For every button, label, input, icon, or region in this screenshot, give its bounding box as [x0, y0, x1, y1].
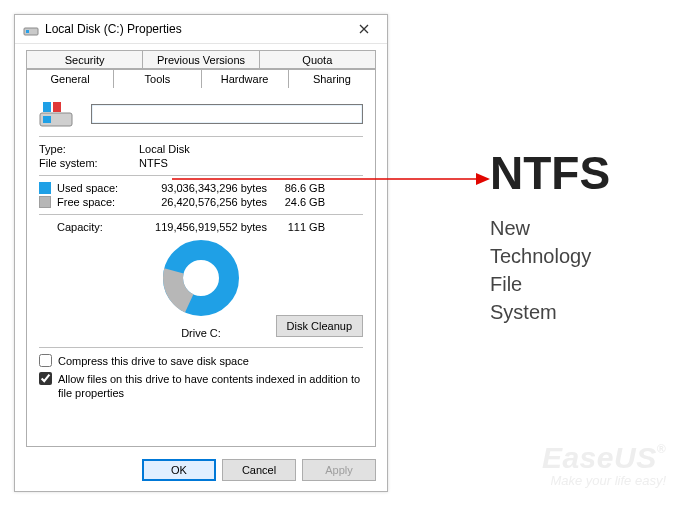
- ok-button[interactable]: OK: [142, 459, 216, 481]
- compress-checkbox[interactable]: [39, 354, 52, 367]
- filesystem-label: File system:: [39, 157, 139, 169]
- watermark-tagline: Make your life easy!: [542, 473, 666, 488]
- type-value: Local Disk: [139, 143, 190, 155]
- chart-label: Drive C:: [181, 327, 221, 339]
- usage-donut-icon: [160, 237, 242, 319]
- callout-line: System: [490, 298, 610, 326]
- close-icon: [359, 24, 369, 34]
- svg-marker-9: [476, 173, 490, 185]
- space-grid: Used space: 93,036,343,296 bytes 86.6 GB…: [39, 182, 363, 233]
- free-human: 24.6 GB: [267, 196, 325, 208]
- used-label: Used space:: [57, 182, 139, 194]
- type-label: Type:: [39, 143, 139, 155]
- tab-row-front: General Tools Hardware Sharing: [26, 69, 376, 88]
- compress-option: Compress this drive to save disk space: [39, 354, 363, 368]
- drive-large-icon: [39, 100, 73, 128]
- window-title: Local Disk (C:) Properties: [45, 22, 345, 36]
- capacity-row: Capacity: 119,456,919,552 bytes 111 GB: [39, 221, 363, 233]
- usage-chart-area: Drive C: Disk Cleanup: [39, 237, 363, 341]
- capacity-bytes: 119,456,919,552 bytes: [139, 221, 267, 233]
- tab-quota[interactable]: Quota: [260, 50, 376, 69]
- registered-icon: ®: [657, 442, 666, 456]
- divider: [39, 175, 363, 176]
- cancel-button[interactable]: Cancel: [222, 459, 296, 481]
- dialog-buttons: OK Cancel Apply: [15, 453, 387, 491]
- tab-security[interactable]: Security: [26, 50, 143, 69]
- filesystem-row: File system: NTFS: [39, 157, 363, 169]
- index-option: Allow files on this drive to have conten…: [39, 372, 363, 400]
- capacity-human: 111 GB: [267, 221, 325, 233]
- free-space-row: Free space: 26,420,576,256 bytes 24.6 GB: [39, 196, 363, 208]
- callout-line: Technology: [490, 242, 610, 270]
- compress-label[interactable]: Compress this drive to save disk space: [58, 354, 249, 368]
- callout-heading: NTFS: [490, 150, 610, 196]
- tab-page-general: Type: Local Disk File system: NTFS Used …: [26, 88, 376, 447]
- free-swatch: [39, 196, 51, 208]
- callout-expansion: New Technology File System: [490, 214, 610, 326]
- index-checkbox[interactable]: [39, 372, 52, 385]
- free-bytes: 26,420,576,256 bytes: [139, 196, 267, 208]
- tab-sharing[interactable]: Sharing: [289, 69, 376, 88]
- properties-dialog: Local Disk (C:) Properties Security Prev…: [14, 14, 388, 492]
- svg-rect-4: [43, 102, 51, 112]
- tab-hardware[interactable]: Hardware: [202, 69, 289, 88]
- callout: NTFS New Technology File System: [490, 150, 610, 326]
- free-label: Free space:: [57, 196, 139, 208]
- drive-icon: [23, 21, 39, 37]
- index-label[interactable]: Allow files on this drive to have conten…: [58, 372, 363, 400]
- close-button[interactable]: [345, 17, 383, 41]
- disk-cleanup-button[interactable]: Disk Cleanup: [276, 315, 363, 337]
- svg-rect-5: [53, 102, 61, 112]
- filesystem-value: NTFS: [139, 157, 168, 169]
- used-space-row: Used space: 93,036,343,296 bytes 86.6 GB: [39, 182, 363, 194]
- divider: [39, 136, 363, 137]
- divider: [39, 214, 363, 215]
- titlebar: Local Disk (C:) Properties: [15, 15, 387, 44]
- callout-line: New: [490, 214, 610, 242]
- used-bytes: 93,036,343,296 bytes: [139, 182, 267, 194]
- apply-button[interactable]: Apply: [302, 459, 376, 481]
- tab-row-back: Security Previous Versions Quota: [26, 50, 376, 69]
- tab-tools[interactable]: Tools: [114, 69, 201, 88]
- type-row: Type: Local Disk: [39, 143, 363, 155]
- tab-previous-versions[interactable]: Previous Versions: [143, 50, 259, 69]
- watermark-brand: EaseUS: [542, 441, 657, 474]
- capacity-label: Capacity:: [57, 221, 139, 233]
- callout-line: File: [490, 270, 610, 298]
- watermark: EaseUS® Make your life easy!: [542, 443, 666, 488]
- svg-rect-1: [26, 30, 29, 33]
- tab-general[interactable]: General: [26, 69, 114, 88]
- divider: [39, 347, 363, 348]
- tabstrip: Security Previous Versions Quota General…: [15, 44, 387, 88]
- drive-name-input[interactable]: [91, 104, 363, 124]
- used-swatch: [39, 182, 51, 194]
- used-human: 86.6 GB: [267, 182, 325, 194]
- svg-rect-3: [43, 116, 51, 123]
